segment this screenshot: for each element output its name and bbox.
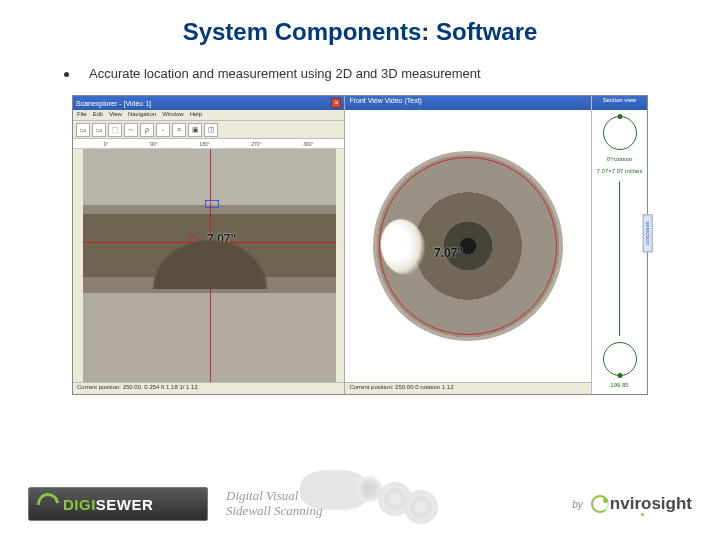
envirosight-text: nvirosight	[610, 494, 692, 514]
crosshair-vertical	[210, 149, 211, 382]
statusbar-right: Current position: 250.00 0 rotation 1.12	[345, 382, 591, 394]
tool-btn-7[interactable]: ≡	[172, 123, 186, 137]
statusbar-left: Current position: 250.00, 0.254 ft 1.18 …	[73, 382, 344, 394]
front-view-window: Front View Video (Text) 7.07" Current po…	[345, 96, 591, 394]
section-bottom-label: 199.85	[610, 382, 628, 388]
bullet-text: Accurate location and measurement using …	[89, 66, 481, 81]
crawler-illustration	[270, 452, 450, 532]
tool-btn-4[interactable]: ↔	[124, 123, 138, 137]
logo-part-sewer: SEWER	[96, 496, 154, 513]
footer: DIGISEWER Digital Visual Sidewall Scanni…	[0, 468, 720, 540]
section-dot-icon	[617, 373, 622, 378]
front-view-title: Front View Video (Text)	[345, 96, 591, 110]
section-dot-icon	[617, 114, 622, 119]
flat-scan-view[interactable]: 7.07"	[73, 149, 344, 382]
degree-ruler: 0° 90° 180° 270° 360°	[73, 139, 344, 149]
by-envirosight: by nvirosight	[572, 494, 692, 514]
tool-btn-8[interactable]: ▣	[188, 123, 202, 137]
swirl-dot-icon	[603, 498, 608, 503]
tool-btn-2[interactable]: ▭	[92, 123, 106, 137]
pipe-interior: 7.07"	[373, 151, 563, 341]
measurement-value-3d: 7.07"	[434, 246, 463, 260]
section-connector-line	[619, 181, 620, 336]
section-circle-top	[603, 116, 637, 150]
tool-btn-6[interactable]: ◦	[156, 123, 170, 137]
selection-handle[interactable]: selection	[643, 214, 653, 252]
selection-marker[interactable]	[205, 200, 219, 208]
ruler-mark-270: 270°	[251, 141, 261, 147]
section-view-title: Section view	[592, 96, 647, 110]
section-dims: 7.07×7.07 inches	[597, 168, 643, 175]
envirosight-swirl-icon	[591, 495, 609, 513]
logo-part-digi: DIGI	[63, 496, 96, 513]
measurement-value-2d: 7.07"	[207, 232, 236, 246]
digisewer-arc-icon	[33, 489, 64, 520]
tool-btn-5[interactable]: ρ	[140, 123, 154, 137]
menubar[interactable]: File Edit View Navigation Window Help	[73, 110, 344, 121]
ruler-mark-180: 180°	[199, 141, 209, 147]
window-title: Scanexplorer - [Video 1]	[76, 100, 151, 107]
window-titlebar: Scanexplorer - [Video 1] ×	[73, 96, 344, 110]
measurement-point-icon[interactable]	[189, 235, 199, 245]
ruler-mark-360: 360°	[303, 141, 313, 147]
bullet-dot-icon	[64, 72, 69, 77]
digisewer-logo: DIGISEWER	[28, 487, 208, 521]
tool-btn-9[interactable]: ◫	[204, 123, 218, 137]
ruler-mark-90: 90°	[150, 141, 158, 147]
menu-help[interactable]: Help	[190, 111, 202, 119]
section-circle-bottom	[603, 342, 637, 376]
envirosight-logo: nvirosight	[591, 494, 692, 514]
software-screenshot: Scanexplorer - [Video 1] × File Edit Vie…	[72, 95, 648, 395]
menu-window[interactable]: Window	[162, 111, 183, 119]
by-label: by	[572, 499, 583, 510]
menu-file[interactable]: File	[77, 111, 87, 119]
scanexplorer-window: Scanexplorer - [Video 1] × File Edit Vie…	[73, 96, 345, 394]
menu-view[interactable]: View	[109, 111, 122, 119]
tool-btn-3[interactable]: ⬚	[108, 123, 122, 137]
section-top-label: 0°rotation	[607, 156, 633, 162]
menu-edit[interactable]: Edit	[93, 111, 103, 119]
bullet-item: Accurate location and measurement using …	[0, 58, 720, 95]
tool-btn-1[interactable]: ▭	[76, 123, 90, 137]
menu-navigation[interactable]: Navigation	[128, 111, 156, 119]
crosshair-horizontal	[83, 242, 336, 243]
toolbar: ▭ ▭ ⬚ ↔ ρ ◦ ≡ ▣ ◫	[73, 121, 344, 139]
front-view[interactable]: 7.07"	[345, 110, 591, 382]
close-icon[interactable]: ×	[331, 98, 341, 108]
swirl-subdot-icon	[641, 513, 644, 516]
slide-title: System Components: Software	[0, 0, 720, 58]
section-view-panel: Section view 0°rotation 7.07×7.07 inches…	[591, 96, 647, 394]
ruler-mark-0: 0°	[104, 141, 109, 147]
